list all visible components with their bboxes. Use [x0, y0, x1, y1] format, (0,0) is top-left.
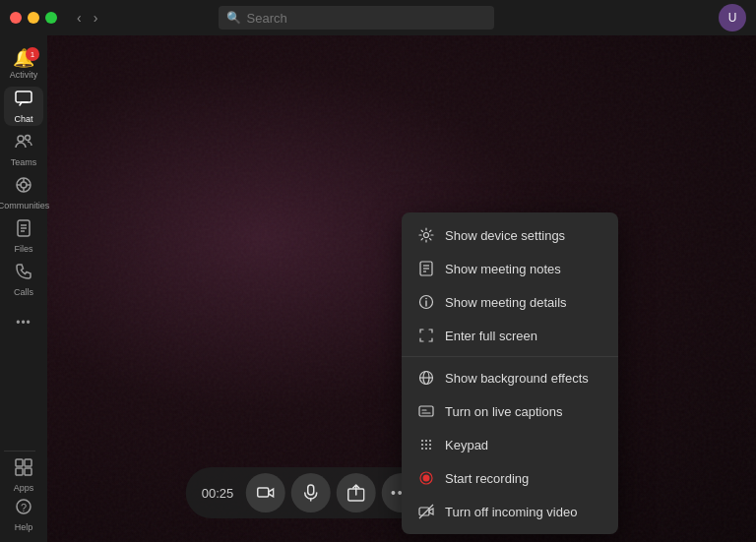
title-bar: ‹ › 🔍 U	[0, 0, 756, 35]
search-input[interactable]	[247, 11, 486, 26]
sidebar: 🔔 Activity 1 Chat Teams Communities	[0, 35, 47, 542]
menu-label-enter-full-screen: Enter full screen	[445, 329, 537, 343]
calls-icon	[14, 262, 33, 286]
info-icon	[417, 293, 435, 311]
svg-point-1	[18, 136, 24, 142]
svg-rect-30	[419, 406, 433, 416]
background-effects-icon	[417, 369, 435, 387]
toolbar-share-button[interactable]	[336, 473, 375, 512]
menu-item-show-background-effects[interactable]: Show background effects	[402, 361, 618, 394]
keypad-icon	[417, 436, 435, 453]
svg-point-33	[421, 440, 423, 442]
sidebar-label-files: Files	[14, 245, 32, 254]
notes-icon	[417, 260, 435, 277]
sidebar-item-chat[interactable]: Chat	[4, 87, 43, 126]
svg-point-4	[21, 182, 27, 188]
svg-point-41	[429, 448, 431, 450]
menu-label-show-background-effects: Show background effects	[445, 371, 589, 386]
sidebar-bottom: Apps ? Help	[4, 447, 43, 534]
close-button[interactable]	[10, 12, 22, 24]
video-area: Show device settings Show meeting notes …	[47, 35, 756, 542]
sidebar-label-chat: Chat	[14, 115, 32, 124]
main-layout: 🔔 Activity 1 Chat Teams Communities	[0, 35, 756, 542]
gear-icon	[417, 226, 435, 244]
chat-icon	[14, 89, 33, 113]
no-video-icon	[417, 503, 435, 520]
sidebar-label-help: Help	[15, 523, 33, 532]
svg-point-38	[429, 444, 431, 446]
sidebar-label-communities: Communities	[0, 202, 49, 211]
captions-icon	[417, 402, 435, 420]
sidebar-item-apps[interactable]: Apps	[4, 455, 43, 495]
sidebar-item-communities[interactable]: Communities	[4, 173, 43, 212]
svg-rect-13	[16, 459, 23, 466]
search-bar[interactable]: 🔍	[219, 6, 494, 30]
files-icon	[14, 218, 33, 243]
svg-rect-47	[307, 485, 313, 495]
apps-icon	[14, 457, 33, 482]
svg-text:?: ?	[21, 502, 27, 513]
menu-label-show-device-settings: Show device settings	[445, 228, 565, 243]
minimize-button[interactable]	[28, 12, 39, 24]
svg-line-45	[419, 505, 433, 518]
search-icon: 🔍	[226, 11, 241, 25]
call-timer: 00:25	[202, 486, 234, 501]
svg-point-34	[425, 440, 427, 442]
menu-label-turn-on-live-captions: Turn on live captions	[445, 404, 562, 419]
toolbar-video-button[interactable]	[245, 473, 284, 512]
svg-point-39	[421, 448, 423, 450]
nav-buttons: ‹ ›	[73, 8, 101, 28]
menu-label-keypad: Keypad	[445, 438, 488, 452]
menu-divider-1	[402, 356, 618, 357]
avatar-initials: U	[728, 11, 737, 25]
menu-label-show-meeting-notes: Show meeting notes	[445, 262, 561, 276]
toolbar-mute-button[interactable]	[290, 473, 330, 512]
svg-rect-16	[25, 468, 32, 475]
svg-rect-0	[16, 91, 32, 102]
svg-point-40	[425, 448, 427, 450]
sidebar-label-calls: Calls	[14, 288, 33, 297]
sidebar-item-calls[interactable]: Calls	[4, 260, 43, 299]
svg-point-35	[429, 440, 431, 442]
svg-point-43	[423, 475, 430, 482]
menu-item-keypad[interactable]: Keypad	[402, 428, 618, 461]
menu-item-start-recording[interactable]: Start recording	[402, 461, 618, 495]
sidebar-label-apps: Apps	[14, 484, 34, 493]
svg-rect-14	[25, 459, 32, 466]
svg-point-26	[425, 298, 427, 300]
svg-point-36	[421, 444, 423, 446]
menu-item-turn-off-incoming-video[interactable]: Turn off incoming video	[402, 495, 618, 528]
menu-item-show-meeting-notes[interactable]: Show meeting notes	[402, 252, 618, 285]
sidebar-label-teams: Teams	[11, 158, 37, 167]
traffic-lights	[10, 12, 57, 24]
back-button[interactable]: ‹	[73, 8, 86, 28]
menu-label-turn-off-incoming-video: Turn off incoming video	[445, 505, 577, 519]
menu-item-enter-full-screen[interactable]: Enter full screen	[402, 319, 618, 352]
maximize-button[interactable]	[45, 12, 57, 24]
communities-icon	[14, 175, 33, 200]
sidebar-item-more[interactable]: •••	[4, 303, 43, 342]
teams-icon	[14, 132, 33, 156]
menu-item-turn-on-live-captions[interactable]: Turn on live captions	[402, 394, 618, 428]
menu-item-show-device-settings[interactable]: Show device settings	[402, 218, 618, 252]
sidebar-item-teams[interactable]: Teams	[4, 130, 43, 169]
more-icon: •••	[16, 316, 32, 330]
sidebar-item-files[interactable]: Files	[4, 216, 43, 256]
svg-point-37	[425, 444, 427, 446]
context-menu: Show device settings Show meeting notes …	[402, 212, 618, 534]
sidebar-label-activity: Activity	[10, 71, 38, 80]
menu-label-show-meeting-details: Show meeting details	[445, 295, 567, 310]
fullscreen-icon	[417, 327, 435, 344]
menu-label-start-recording: Start recording	[445, 471, 529, 486]
help-icon: ?	[14, 497, 33, 521]
svg-rect-15	[16, 468, 23, 475]
svg-point-19	[424, 233, 429, 238]
record-icon	[417, 469, 435, 487]
sidebar-item-help[interactable]: ? Help	[4, 495, 43, 534]
sidebar-item-activity[interactable]: 🔔 Activity 1	[4, 43, 43, 83]
svg-rect-46	[257, 488, 268, 497]
activity-badge: 1	[26, 47, 39, 61]
menu-item-show-meeting-details[interactable]: Show meeting details	[402, 285, 618, 319]
avatar[interactable]: U	[719, 4, 746, 31]
forward-button[interactable]: ›	[90, 8, 102, 28]
